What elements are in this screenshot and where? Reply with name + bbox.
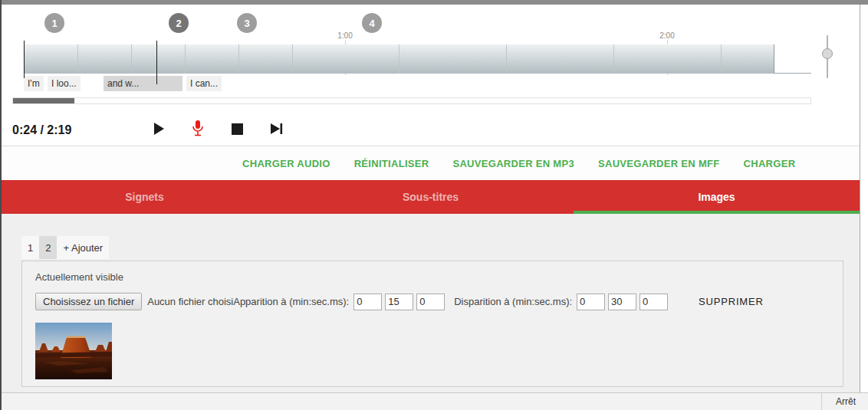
tab-sous-titres[interactable]: Sous-titres (288, 180, 574, 214)
subtitle-chip[interactable]: I can... (186, 76, 222, 91)
apparition-label: Apparition à (min:sec.ms): (233, 296, 349, 307)
play-icon (153, 122, 165, 136)
apparition-ms-input[interactable] (416, 294, 445, 310)
record-button[interactable] (190, 120, 205, 138)
save-mff-link[interactable]: SAUVEGARDER EN MFF (598, 158, 720, 169)
subtitle-chip[interactable]: I'm (24, 76, 44, 91)
timeline-time-label-2: 2:00 (652, 31, 682, 40)
choose-file-button[interactable]: Choisissez un fichier (35, 293, 142, 310)
skip-end-icon (270, 122, 283, 136)
image-settings-panel: Actuellement visible Choisissez un fichi… (21, 261, 843, 387)
action-menu-row: CHARGER AUDIO RÉINITIALISER SAUVEGARDER … (2, 146, 860, 180)
playback-state-label: Arrêt (821, 393, 868, 410)
stop-icon (232, 123, 243, 135)
volume-slider-handle[interactable] (822, 48, 833, 59)
timeline-start-line (24, 41, 25, 78)
disparition-label: Disparition à (min:sec.ms): (454, 296, 572, 307)
images-tab-content: 1 2 + Ajouter Actuellement visible Chois… (2, 214, 860, 392)
load-link[interactable]: CHARGER (744, 158, 796, 169)
timeline-section: 1 2 3 4 1:00 2:00 I' (2, 5, 860, 146)
add-image-tab-button[interactable]: + Ajouter (57, 236, 109, 259)
file-status-text: Aucun fichier choisi (147, 296, 233, 307)
stop-button[interactable] (229, 120, 245, 138)
playback-cursor[interactable] (156, 41, 157, 84)
seek-progress-fill (13, 98, 74, 103)
subtitle-chip-row: I'm I loo... and w... I can... (2, 76, 860, 93)
image-page-tab-1[interactable]: 1 (21, 236, 39, 259)
image-file-row: Choisissez un fichier Aucun fichier choi… (35, 293, 833, 310)
save-mp3-link[interactable]: SAUVEGARDER EN MP3 (452, 158, 574, 169)
panel-title: Actuellement visible (35, 271, 123, 283)
apparition-min-input[interactable] (353, 294, 382, 310)
section-tabbar: Signets Sous-titres Images (2, 180, 860, 214)
disparition-ms-input[interactable] (639, 294, 668, 310)
transport-controls: 0:24 / 2:19 (2, 116, 860, 146)
main-area: 1 2 3 4 1:00 2:00 I' (2, 5, 860, 392)
image-page-tabs: 1 2 + Ajouter (21, 236, 109, 259)
subtitle-chip[interactable]: I loo... (48, 76, 81, 91)
waveform-strip[interactable] (24, 44, 811, 74)
microphone-icon (191, 120, 205, 138)
window-left-border (0, 0, 2, 410)
volume-slider[interactable] (821, 35, 833, 78)
image-page-tab-2[interactable]: 2 (39, 236, 57, 259)
image-thumbnail[interactable] (35, 323, 112, 379)
disparition-sec-input[interactable] (608, 294, 636, 310)
play-button[interactable] (151, 120, 166, 138)
bookmark-marker-4[interactable]: 4 (362, 13, 382, 33)
time-display: 0:24 / 2:19 (12, 123, 71, 137)
load-audio-link[interactable]: CHARGER AUDIO (242, 158, 330, 169)
bookmark-marker-2[interactable]: 2 (169, 13, 189, 33)
bookmark-marker-3[interactable]: 3 (237, 13, 257, 33)
reset-link[interactable]: RÉINITIALISER (354, 158, 429, 169)
seek-progress-bar[interactable] (12, 97, 811, 104)
bookmark-marker-1[interactable]: 1 (44, 13, 64, 33)
app-window: 1 2 3 4 1:00 2:00 I' (0, 0, 868, 410)
tab-images[interactable]: Images (574, 180, 860, 214)
skip-to-end-button[interactable] (268, 120, 284, 138)
timeline-time-label-1: 1:00 (330, 31, 360, 40)
tab-signets[interactable]: Signets (2, 180, 288, 214)
status-bar: Arrêt (2, 392, 868, 410)
apparition-sec-input[interactable] (385, 294, 413, 310)
disparition-min-input[interactable] (577, 294, 605, 310)
subtitle-chip-selected[interactable]: and w... (104, 76, 182, 91)
delete-image-button[interactable]: SUPPRIMER (699, 296, 764, 307)
